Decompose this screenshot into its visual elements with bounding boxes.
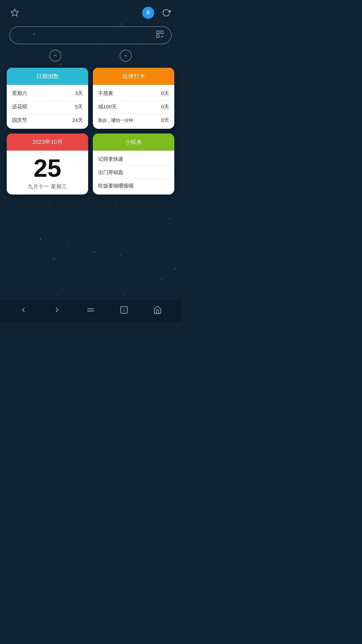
- countdown-row-3: 国庆节 24天: [11, 114, 83, 127]
- note-item-3: 吃饭要细嚼慢咽: [98, 179, 170, 193]
- tabs-button[interactable]: 1: [117, 303, 131, 317]
- refresh-button[interactable]: [160, 6, 173, 19]
- notes-header: 小纸条: [93, 133, 174, 151]
- bottom-nav: 1: [0, 299, 181, 322]
- svg-rect-3: [157, 35, 159, 38]
- star-button[interactable]: [8, 6, 21, 19]
- tabs-count: 1: [123, 308, 125, 312]
- calendar-card[interactable]: 2023年10月 25 九月十一 星期三: [7, 133, 88, 195]
- countdown-row-2: 还花呗 5天: [11, 100, 83, 114]
- calendar-header: 2023年10月: [7, 133, 88, 151]
- top-right-actions: 0: [142, 6, 173, 19]
- chevron-up-button[interactable]: [49, 50, 61, 62]
- menu-button[interactable]: [84, 303, 97, 317]
- spacer: [0, 197, 181, 299]
- main-content: 0: [0, 0, 181, 322]
- svg-rect-2: [161, 31, 163, 34]
- checkin-row-2: 戒100天 0天: [98, 100, 170, 114]
- home-button[interactable]: [151, 303, 164, 317]
- checkin-header: 自律打卡: [93, 68, 174, 85]
- notes-card[interactable]: 小纸条 记得拿快递 出门带钥匙 吃饭要细嚼慢咽: [93, 133, 174, 195]
- back-button[interactable]: [17, 303, 30, 317]
- note-item-1: 记得拿快递: [98, 153, 170, 166]
- note-item-2: 出门带钥匙: [98, 166, 170, 179]
- calendar-subtitle: 九月十一 星期三: [28, 183, 67, 190]
- countdown-row-1: 星期六 3天: [11, 87, 83, 100]
- qr-icon: [156, 30, 164, 41]
- checkin-card[interactable]: 自律打卡 不熬夜 0天 戒100天 0天 跑步，哪怕一分钟 0天: [93, 68, 174, 129]
- forward-button[interactable]: [50, 303, 64, 317]
- checkin-body: 不熬夜 0天 戒100天 0天 跑步，哪怕一分钟 0天: [93, 85, 174, 129]
- checkin-row-1: 不熬夜 0天: [98, 87, 170, 100]
- search-container: [0, 23, 181, 47]
- search-bar[interactable]: [9, 26, 172, 44]
- checkin-row-3: 跑步，哪怕一分钟 0天: [98, 114, 170, 127]
- svg-rect-1: [157, 31, 159, 34]
- calendar-body: 25 九月十一 星期三: [7, 151, 88, 195]
- countdown-card[interactable]: 日期倒数 星期六 3天 还花呗 5天 国庆节 24天: [7, 68, 88, 129]
- countdown-body: 星期六 3天 还花呗 5天 国庆节 24天: [7, 85, 88, 129]
- top-bar: 0: [0, 0, 181, 23]
- cards-grid: 日期倒数 星期六 3天 还花呗 5天 国庆节 24天 自律打卡: [0, 66, 181, 197]
- chevron-down-button[interactable]: [120, 50, 132, 62]
- calendar-day: 25: [34, 156, 61, 181]
- svg-marker-0: [11, 9, 18, 16]
- notification-badge[interactable]: 0: [142, 7, 154, 19]
- chevron-row: [0, 47, 181, 64]
- countdown-header: 日期倒数: [7, 68, 88, 85]
- notes-body: 记得拿快递 出门带钥匙 吃饭要细嚼慢咽: [93, 151, 174, 195]
